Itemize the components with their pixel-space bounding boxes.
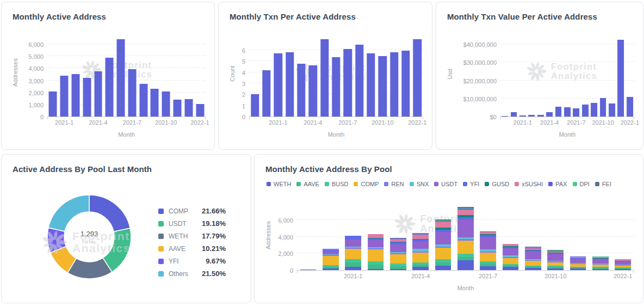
bar-2021-2[interactable] bbox=[71, 74, 79, 117]
bar-2021-11[interactable] bbox=[609, 103, 615, 117]
segment-USDT[interactable] bbox=[592, 259, 609, 264]
segment-xSUSHI[interactable] bbox=[368, 234, 384, 238]
segment-COMP[interactable] bbox=[435, 248, 451, 260]
bar-2021-9[interactable] bbox=[591, 103, 597, 117]
legend-item-YFI[interactable]: YFI bbox=[463, 181, 479, 187]
legend-item-USDT[interactable]: USDT19.18% bbox=[158, 217, 226, 230]
bar-2021-3[interactable] bbox=[83, 78, 91, 117]
legend-item-BUSD[interactable]: BUSD bbox=[325, 181, 349, 187]
segment-COMP[interactable] bbox=[368, 249, 384, 261]
legend-item-WETH[interactable]: WETH bbox=[267, 181, 291, 187]
bar-2021-8[interactable] bbox=[503, 244, 519, 270]
segment-USDT[interactable] bbox=[368, 240, 384, 247]
bar-2021-9[interactable] bbox=[525, 247, 541, 270]
bar-2021-6[interactable] bbox=[117, 39, 125, 117]
bar-2021-8[interactable] bbox=[355, 45, 363, 117]
bar-2021-12[interactable] bbox=[617, 40, 624, 117]
segment-USDT[interactable] bbox=[390, 244, 406, 252]
bar-2020-12[interactable] bbox=[262, 70, 270, 117]
legend-item-YFI[interactable]: YFI9.67% bbox=[158, 255, 226, 267]
legend-item-DPI[interactable]: DPI bbox=[573, 181, 590, 187]
bar-2020-11[interactable] bbox=[300, 270, 317, 271]
bar-2021-4[interactable] bbox=[309, 65, 317, 117]
legend-item-xSUSHI[interactable]: xSUSHI bbox=[515, 181, 543, 187]
segment-WETH[interactable] bbox=[547, 268, 564, 270]
bar-2021-12[interactable] bbox=[592, 256, 609, 270]
bar-2021-4[interactable] bbox=[94, 71, 102, 117]
bar-2021-8[interactable] bbox=[582, 105, 589, 117]
donut-slice-COMP[interactable] bbox=[89, 195, 130, 231]
bar-2021-7[interactable] bbox=[480, 231, 496, 270]
segment-COMP[interactable] bbox=[390, 254, 406, 264]
bar-2021-9[interactable] bbox=[151, 89, 159, 117]
legend-item-USDT[interactable]: USDT bbox=[434, 181, 457, 187]
bar-2021-5[interactable] bbox=[320, 39, 329, 117]
bar-2021-3[interactable] bbox=[537, 115, 544, 117]
bar-2021-6[interactable] bbox=[457, 207, 474, 270]
bar-2022-1[interactable] bbox=[615, 259, 631, 270]
bar-2022-1[interactable] bbox=[413, 39, 422, 117]
legend-item-AAVE[interactable]: AAVE bbox=[296, 181, 319, 187]
segment-USDT[interactable] bbox=[480, 237, 496, 249]
bar-2021-10[interactable] bbox=[162, 91, 170, 117]
segment-WETH[interactable] bbox=[480, 266, 496, 270]
segment-WETH[interactable] bbox=[300, 270, 317, 271]
segment-USDT[interactable] bbox=[503, 248, 519, 255]
segment-COMP[interactable] bbox=[457, 241, 474, 254]
legend-item-PAX[interactable]: PAX bbox=[548, 181, 567, 187]
segment-USDT[interactable] bbox=[412, 242, 429, 249]
bar-2021-10[interactable] bbox=[379, 56, 387, 117]
segment-COMP[interactable] bbox=[412, 253, 429, 262]
segment-WETH[interactable] bbox=[390, 269, 406, 270]
segment-xSUSHI[interactable] bbox=[435, 222, 451, 228]
segment-COMP[interactable] bbox=[345, 249, 361, 259]
bar-2020-11[interactable] bbox=[251, 94, 259, 117]
bar-2020-12[interactable] bbox=[323, 249, 339, 270]
bar-2022-1[interactable] bbox=[627, 97, 633, 117]
bar-2021-10[interactable] bbox=[547, 250, 564, 270]
bar-2021-9[interactable] bbox=[367, 53, 375, 117]
bar-2020-11[interactable] bbox=[501, 116, 508, 117]
bar-2021-5[interactable] bbox=[435, 219, 451, 270]
bar-2021-6[interactable] bbox=[332, 57, 340, 117]
bar-2021-6[interactable] bbox=[564, 107, 571, 117]
segment-COMP[interactable] bbox=[480, 253, 496, 261]
segment-AAVE[interactable] bbox=[345, 262, 361, 267]
segment-AAVE[interactable] bbox=[457, 257, 474, 261]
bar-2020-12[interactable] bbox=[511, 112, 517, 117]
segment-xSUSHI[interactable] bbox=[412, 235, 429, 239]
bar-2021-2[interactable] bbox=[528, 115, 535, 117]
segment-WETH[interactable] bbox=[412, 267, 429, 270]
donut-slice-Others[interactable] bbox=[48, 195, 89, 231]
segment-WETH[interactable] bbox=[615, 269, 631, 270]
segment-COMP[interactable] bbox=[503, 258, 519, 265]
bar-2020-12[interactable] bbox=[49, 91, 57, 117]
bar-2021-10[interactable] bbox=[600, 98, 606, 117]
segment-WETH[interactable] bbox=[435, 266, 451, 270]
segment-USDT[interactable] bbox=[435, 232, 451, 244]
legend-item-COMP[interactable]: COMP bbox=[354, 181, 379, 187]
legend-item-COMP[interactable]: COMP21.66% bbox=[158, 205, 226, 217]
bar-2021-1[interactable] bbox=[274, 53, 282, 117]
legend-item-FEI[interactable]: FEI bbox=[595, 181, 611, 187]
segment-USDT[interactable] bbox=[570, 259, 586, 264]
bar-2021-1[interactable] bbox=[60, 76, 69, 117]
bar-2021-11[interactable] bbox=[390, 52, 398, 117]
segment-USDT[interactable] bbox=[345, 240, 361, 247]
segment-WETH[interactable] bbox=[368, 269, 384, 270]
bar-2021-12[interactable] bbox=[401, 51, 410, 117]
legend-item-GUSD[interactable]: GUSD bbox=[485, 181, 509, 187]
bar-2021-2[interactable] bbox=[286, 52, 294, 117]
segment-USDT[interactable] bbox=[525, 252, 541, 259]
segment-WETH[interactable] bbox=[570, 268, 586, 270]
bar-2021-5[interactable] bbox=[106, 58, 114, 117]
segment-WETH[interactable] bbox=[323, 268, 339, 270]
segment-COMP[interactable] bbox=[525, 261, 541, 266]
segment-AAVE[interactable] bbox=[368, 265, 384, 269]
bar-2021-3[interactable] bbox=[297, 64, 305, 117]
bar-2021-8[interactable] bbox=[139, 84, 147, 117]
segment-WETH[interactable] bbox=[503, 267, 519, 270]
bar-2021-11[interactable] bbox=[174, 100, 182, 117]
bar-2021-7[interactable] bbox=[344, 49, 352, 117]
bar-2021-7[interactable] bbox=[128, 69, 136, 117]
